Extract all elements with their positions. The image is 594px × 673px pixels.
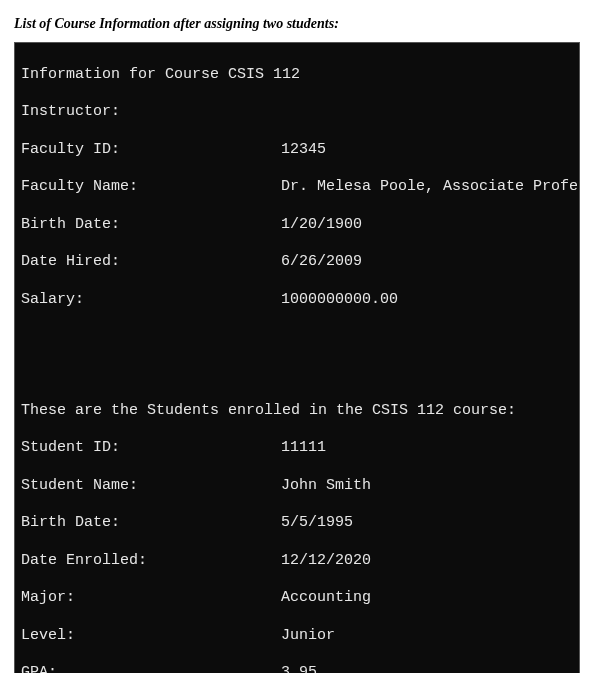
faculty-birth-label: Birth Date:	[21, 216, 281, 235]
student-level-value: Junior	[281, 627, 335, 646]
student-enrolled-label: Date Enrolled:	[21, 552, 281, 571]
console-output-1: Information for Course CSIS 112 Instruct…	[14, 42, 580, 673]
salary-value: 1000000000.00	[281, 291, 398, 310]
date-hired-value: 6/26/2009	[281, 253, 362, 272]
student-major-label: Major:	[21, 589, 281, 608]
student-id-value: 11111	[281, 439, 326, 458]
student-name-label: Student Name:	[21, 477, 281, 496]
salary-label: Salary:	[21, 291, 281, 310]
student-id-label: Student ID:	[21, 439, 281, 458]
instructor-label: Instructor:	[21, 103, 573, 122]
student-gpa-label: GPA:	[21, 664, 281, 673]
student-enrolled-value: 12/12/2020	[281, 552, 371, 571]
faculty-name-label: Faculty Name:	[21, 178, 281, 197]
student-name-value: John Smith	[281, 477, 371, 496]
faculty-name-value: Dr. Melesa Poole, Associate Professor	[281, 178, 580, 197]
date-hired-label: Date Hired:	[21, 253, 281, 272]
course-header: Information for Course CSIS 112	[21, 66, 573, 85]
student-birth-value: 5/5/1995	[281, 514, 353, 533]
student-gpa-value: 3.95	[281, 664, 317, 673]
faculty-id-label: Faculty ID:	[21, 141, 281, 160]
students-header: These are the Students enrolled in the C…	[21, 402, 573, 421]
student-birth-label: Birth Date:	[21, 514, 281, 533]
student-level-label: Level:	[21, 627, 281, 646]
caption-heading-1: List of Course Information after assigni…	[14, 16, 580, 32]
faculty-birth-value: 1/20/1900	[281, 216, 362, 235]
faculty-id-value: 12345	[281, 141, 326, 160]
student-major-value: Accounting	[281, 589, 371, 608]
